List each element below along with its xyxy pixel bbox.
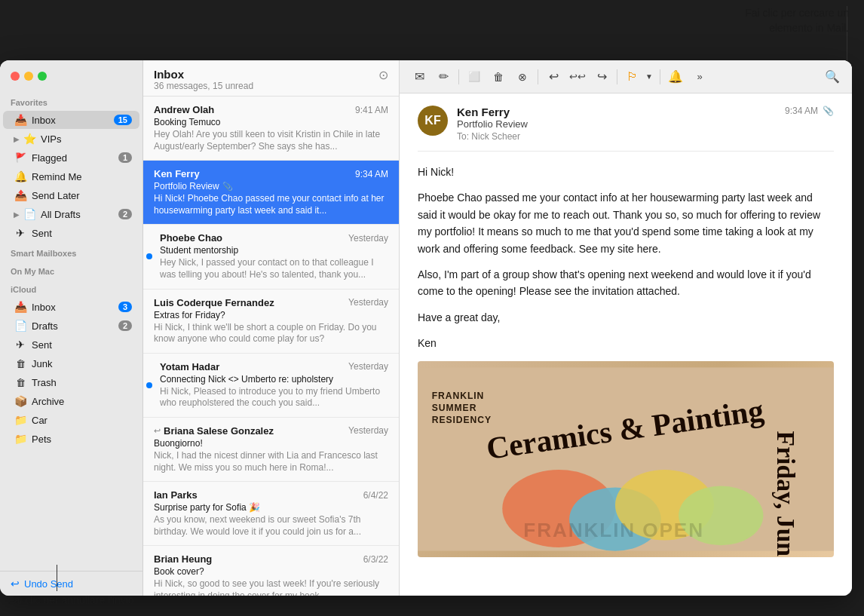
compose-button[interactable]: ✏ [433,66,454,87]
msg-preview: Hi Nick, Pleased to introduce you to my … [154,386,388,409]
sidebar-item-icloud-trash[interactable]: 🗑 Trash [3,373,139,391]
icloud-junk-icon: 🗑 [14,357,27,370]
sidebar-item-icloud-sent[interactable]: ✈ Sent [3,336,139,354]
archive-button[interactable]: ⬜ [464,66,485,87]
minimize-button[interactable] [24,72,33,81]
flag-button[interactable]: 🏳 [622,66,643,87]
sidebar-remind-me-label: Remind Me [32,171,132,182]
msg-sender: Andrew Olah [154,104,214,115]
msg-subject: Student mentorship [154,245,388,256]
all-drafts-badge: 2 [118,209,132,219]
junk-button[interactable]: ⊗ [512,66,533,87]
flag-group: 🏳 ▼ [622,66,655,87]
message-item[interactable]: ↩ Briana Salese Gonzalez Yesterday Buong… [143,418,399,482]
sidebar-header [0,60,142,92]
sidebar-icloud-archive-label: Archive [32,396,132,407]
message-item[interactable]: Ian Parks 6/4/22 Surprise party for Sofi… [143,482,399,546]
icloud-archive-icon: 📦 [14,394,27,408]
replied-icon: ↩ [154,426,161,436]
message-list-subtitle: 36 messages, 15 unread [154,81,253,91]
detail-header: KF Ken Ferry Portfolio Review To: Nick S… [418,106,834,152]
message-item[interactable]: Brian Heung 6/3/22 Book cover? Hi Nick, … [143,546,399,596]
message-list-header-text: Inbox 36 messages, 15 unread [154,68,253,91]
sidebar-car-label: Car [32,415,132,426]
undo-send-button[interactable]: ↩ Undo Send [11,578,132,590]
sidebar-item-pets[interactable]: 📁 Pets [3,430,139,448]
body-line-1: Hi Nick! [418,164,834,180]
flagged-badge: 1 [118,152,132,163]
sidebar-item-vips[interactable]: ▶ ⭐ VIPs [3,130,139,148]
sidebar-item-sent[interactable]: ✈ Sent [3,224,139,242]
icloud-drafts-badge: 2 [118,320,132,331]
sidebar-item-icloud-drafts[interactable]: 📄 Drafts 2 [3,317,139,335]
message-item[interactable]: Ken Ferry 9:34 AM Portfolio Review 📎 Hi … [143,161,399,225]
msg-preview: Hi Nick, so good to see you last week! I… [154,578,388,596]
toolbar-separator [458,69,459,84]
delete-button[interactable]: 🗑 [488,66,509,87]
msg-subject: Book cover? [154,566,388,577]
sidebar-item-icloud-junk[interactable]: 🗑 Junk [3,354,139,372]
msg-time: 9:34 AM [355,169,388,179]
sidebar-item-send-later[interactable]: 📤 Send Later [3,186,139,204]
message-item[interactable]: Yotam Hadar Yesterday Connecting Nick <>… [143,354,399,418]
mute-button[interactable]: 🔔 [665,66,686,87]
sidebar-item-icloud-archive[interactable]: 📦 Archive [3,392,139,410]
sidebar-icloud-trash-label: Trash [32,377,132,388]
traffic-lights [11,72,47,81]
msg-subject: Portfolio Review 📎 [154,181,388,192]
sidebar-item-car[interactable]: 📁 Car [3,411,139,429]
attachment-icon: 📎 [222,182,233,192]
inbox-icon: 📥 [14,113,27,127]
sidebar-icloud-inbox-label: Inbox [32,302,118,313]
sidebar-inbox-label: Inbox [32,115,114,126]
sidebar-content: Favorites 📥 Inbox 15 ▶ ⭐ VIPs 🚩 Flagged … [0,92,142,571]
msg-preview: Hey Olah! Are you still keen to visit Kr… [154,129,388,152]
message-item[interactable]: Luis Coderque Fernandez Yesterday Extras… [143,290,399,354]
maximize-button[interactable] [38,72,47,81]
close-button[interactable] [11,72,20,81]
msg-sender: Phoebe Chao [160,232,222,244]
msg-preview: Hi Nick! Phoebe Chao passed me your cont… [154,193,388,216]
forward-button[interactable]: ↪ [591,66,612,87]
msg-time: Yesterday [348,425,388,436]
icloud-drafts-icon: 📄 [14,319,27,333]
sidebar-item-flagged[interactable]: 🚩 Flagged 1 [3,149,139,167]
detail-body: Hi Nick! Phoebe Chao passed me your cont… [418,164,834,352]
sidebar-item-inbox[interactable]: 📥 Inbox 15 [3,111,139,129]
annotation-text: Fai clic per annullare l'invio [8,594,134,606]
undo-send-icon: ↩ [11,578,20,590]
vips-icon: ⭐ [23,132,36,146]
detail-sender-name: Ken Ferry [457,106,785,118]
msg-subject: Booking Temuco [154,117,388,127]
msg-sender: Yotam Hadar [160,361,219,372]
attachment-indicator: 📎 [823,106,834,116]
reply-button[interactable]: ↩ [543,66,564,87]
message-item[interactable]: Phoebe Chao Yesterday Student mentorship… [143,225,399,289]
msg-subject: Extras for Friday? [154,310,388,320]
sidebar-icloud-junk-label: Junk [32,358,132,369]
detail-time: 9:34 AM 📎 [785,106,834,116]
unread-dot [146,382,152,388]
more-button[interactable]: » [689,66,710,87]
sidebar-icloud-drafts-label: Drafts [32,320,118,332]
msg-time: 9:41 AM [355,105,388,115]
unread-dot [146,253,152,259]
message-list-items: Andrew Olah 9:41 AM Booking Temuco Hey O… [143,97,399,596]
search-button[interactable]: 🔍 [822,66,843,87]
filter-icon[interactable]: ⊙ [378,68,388,82]
sidebar-item-all-drafts[interactable]: ▶ 📄 All Drafts 2 [3,205,139,223]
msg-preview: As you know, next weekend is our sweet S… [154,514,388,538]
favorites-section-label: Favorites [0,92,142,110]
sidebar-item-remind-me[interactable]: 🔔 Remind Me [3,167,139,185]
body-name: Ken [418,335,834,351]
sidebar-footer: ↩ Undo Send [0,571,142,596]
msg-time: Yesterday [348,233,388,244]
new-message-button[interactable]: ✉ [409,66,430,87]
reply-all-button[interactable]: ↩↩ [567,66,588,87]
sidebar-item-icloud-inbox[interactable]: 📥 Inbox 3 [3,298,139,316]
sidebar-send-later-label: Send Later [32,190,132,201]
message-item[interactable]: Andrew Olah 9:41 AM Booking Temuco Hey O… [143,97,399,161]
icloud-inbox-badge: 3 [118,302,132,312]
sidebar-vips-label: VIPs [41,133,132,145]
flag-dropdown-button[interactable]: ▼ [643,66,655,87]
